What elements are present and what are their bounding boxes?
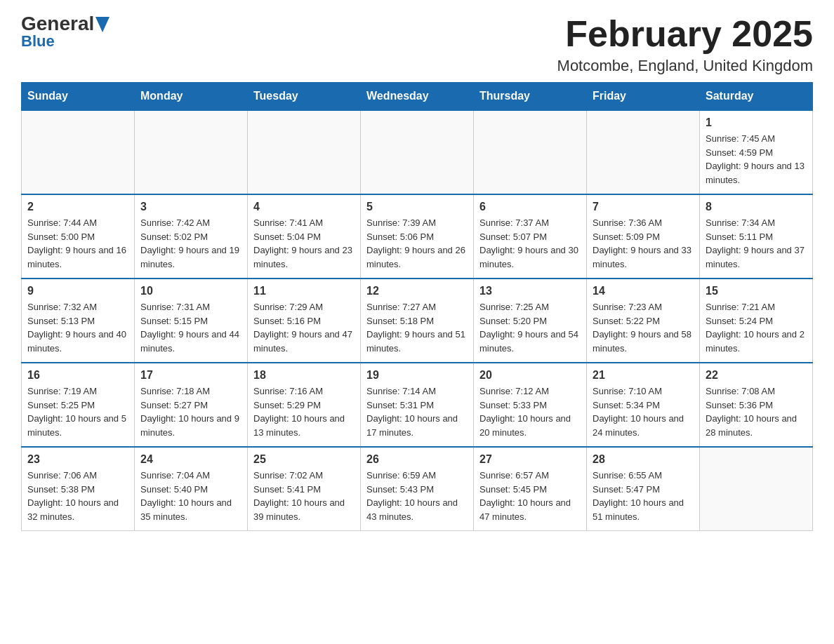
- calendar-day-cell: 11Sunrise: 7:29 AM Sunset: 5:16 PM Dayli…: [248, 279, 361, 363]
- day-info: Sunrise: 7:34 AM Sunset: 5:11 PM Dayligh…: [706, 216, 807, 271]
- day-info: Sunrise: 7:27 AM Sunset: 5:18 PM Dayligh…: [366, 300, 468, 355]
- column-header-wednesday: Wednesday: [361, 83, 474, 111]
- day-number: 12: [366, 285, 468, 297]
- logo-text-main: General: [21, 14, 94, 34]
- day-number: 1: [706, 116, 807, 129]
- calendar-day-cell: 21Sunrise: 7:10 AM Sunset: 5:34 PM Dayli…: [587, 363, 700, 447]
- day-number: 13: [479, 285, 581, 297]
- day-number: 23: [27, 453, 128, 466]
- day-info: Sunrise: 6:57 AM Sunset: 5:45 PM Dayligh…: [479, 469, 581, 523]
- calendar-day-cell: [700, 447, 813, 531]
- logo-text-sub: Blue: [21, 32, 55, 51]
- day-info: Sunrise: 7:19 AM Sunset: 5:25 PM Dayligh…: [27, 384, 128, 439]
- calendar-day-cell: 27Sunrise: 6:57 AM Sunset: 5:45 PM Dayli…: [474, 447, 587, 531]
- day-number: 25: [253, 453, 355, 466]
- day-number: 21: [593, 369, 694, 382]
- day-info: Sunrise: 6:59 AM Sunset: 5:43 PM Dayligh…: [366, 469, 468, 523]
- day-info: Sunrise: 7:29 AM Sunset: 5:16 PM Dayligh…: [253, 300, 355, 355]
- calendar-day-cell: 9Sunrise: 7:32 AM Sunset: 5:13 PM Daylig…: [22, 279, 135, 363]
- calendar-day-cell: 14Sunrise: 7:23 AM Sunset: 5:22 PM Dayli…: [587, 279, 700, 363]
- day-info: Sunrise: 6:55 AM Sunset: 5:47 PM Dayligh…: [593, 469, 694, 523]
- day-info: Sunrise: 7:45 AM Sunset: 4:59 PM Dayligh…: [706, 132, 807, 187]
- calendar-day-cell: 8Sunrise: 7:34 AM Sunset: 5:11 PM Daylig…: [700, 194, 813, 279]
- day-info: Sunrise: 7:32 AM Sunset: 5:13 PM Dayligh…: [27, 300, 128, 355]
- calendar-day-cell: 2Sunrise: 7:44 AM Sunset: 5:00 PM Daylig…: [22, 194, 135, 279]
- calendar-day-cell: [135, 110, 248, 194]
- calendar-day-cell: 26Sunrise: 6:59 AM Sunset: 5:43 PM Dayli…: [361, 447, 474, 531]
- column-header-sunday: Sunday: [22, 83, 135, 111]
- day-number: 7: [593, 201, 694, 213]
- calendar-day-cell: 3Sunrise: 7:42 AM Sunset: 5:02 PM Daylig…: [135, 194, 248, 279]
- calendar-day-cell: 23Sunrise: 7:06 AM Sunset: 5:38 PM Dayli…: [22, 447, 135, 531]
- day-info: Sunrise: 7:04 AM Sunset: 5:40 PM Dayligh…: [140, 469, 241, 523]
- day-number: 18: [253, 369, 355, 382]
- day-info: Sunrise: 7:44 AM Sunset: 5:00 PM Dayligh…: [27, 216, 128, 271]
- day-number: 27: [479, 453, 581, 466]
- calendar-week-row: 23Sunrise: 7:06 AM Sunset: 5:38 PM Dayli…: [22, 447, 813, 531]
- day-info: Sunrise: 7:21 AM Sunset: 5:24 PM Dayligh…: [706, 300, 807, 355]
- calendar-week-row: 2Sunrise: 7:44 AM Sunset: 5:00 PM Daylig…: [22, 194, 813, 279]
- day-info: Sunrise: 7:06 AM Sunset: 5:38 PM Dayligh…: [27, 469, 128, 523]
- day-info: Sunrise: 7:36 AM Sunset: 5:09 PM Dayligh…: [593, 216, 694, 271]
- calendar-day-cell: 20Sunrise: 7:12 AM Sunset: 5:33 PM Dayli…: [474, 363, 587, 447]
- day-number: 15: [706, 285, 807, 297]
- calendar-day-cell: 7Sunrise: 7:36 AM Sunset: 5:09 PM Daylig…: [587, 194, 700, 279]
- day-info: Sunrise: 7:37 AM Sunset: 5:07 PM Dayligh…: [479, 216, 581, 271]
- day-number: 26: [366, 453, 468, 466]
- day-info: Sunrise: 7:16 AM Sunset: 5:29 PM Dayligh…: [253, 384, 355, 439]
- day-number: 8: [706, 201, 807, 213]
- calendar-day-cell: 22Sunrise: 7:08 AM Sunset: 5:36 PM Dayli…: [700, 363, 813, 447]
- calendar-day-cell: 5Sunrise: 7:39 AM Sunset: 5:06 PM Daylig…: [361, 194, 474, 279]
- calendar-week-row: 9Sunrise: 7:32 AM Sunset: 5:13 PM Daylig…: [22, 279, 813, 363]
- day-info: Sunrise: 7:10 AM Sunset: 5:34 PM Dayligh…: [593, 384, 694, 439]
- column-header-saturday: Saturday: [700, 83, 813, 111]
- calendar-day-cell: 24Sunrise: 7:04 AM Sunset: 5:40 PM Dayli…: [135, 447, 248, 531]
- day-number: 16: [27, 369, 128, 382]
- svg-marker-0: [95, 17, 110, 32]
- calendar-day-cell: 4Sunrise: 7:41 AM Sunset: 5:04 PM Daylig…: [248, 194, 361, 279]
- day-number: 20: [479, 369, 581, 382]
- day-number: 6: [479, 201, 581, 213]
- day-info: Sunrise: 7:23 AM Sunset: 5:22 PM Dayligh…: [593, 300, 694, 355]
- day-info: Sunrise: 7:31 AM Sunset: 5:15 PM Dayligh…: [140, 300, 241, 355]
- day-info: Sunrise: 7:02 AM Sunset: 5:41 PM Dayligh…: [253, 469, 355, 523]
- day-info: Sunrise: 7:12 AM Sunset: 5:33 PM Dayligh…: [479, 384, 581, 439]
- calendar-day-cell: 19Sunrise: 7:14 AM Sunset: 5:31 PM Dayli…: [361, 363, 474, 447]
- calendar-week-row: 1Sunrise: 7:45 AM Sunset: 4:59 PM Daylig…: [22, 110, 813, 194]
- day-number: 11: [253, 285, 355, 297]
- calendar-day-cell: 12Sunrise: 7:27 AM Sunset: 5:18 PM Dayli…: [361, 279, 474, 363]
- day-number: 24: [140, 453, 241, 466]
- column-header-tuesday: Tuesday: [248, 83, 361, 111]
- day-number: 2: [27, 201, 128, 213]
- day-info: Sunrise: 7:08 AM Sunset: 5:36 PM Dayligh…: [706, 384, 807, 439]
- calendar-day-cell: 18Sunrise: 7:16 AM Sunset: 5:29 PM Dayli…: [248, 363, 361, 447]
- day-info: Sunrise: 7:14 AM Sunset: 5:31 PM Dayligh…: [366, 384, 468, 439]
- calendar-week-row: 16Sunrise: 7:19 AM Sunset: 5:25 PM Dayli…: [22, 363, 813, 447]
- calendar-table: SundayMondayTuesdayWednesdayThursdayFrid…: [21, 82, 813, 531]
- calendar-day-cell: 10Sunrise: 7:31 AM Sunset: 5:15 PM Dayli…: [135, 279, 248, 363]
- calendar-day-cell: 25Sunrise: 7:02 AM Sunset: 5:41 PM Dayli…: [248, 447, 361, 531]
- calendar-day-cell: [248, 110, 361, 194]
- calendar-day-cell: 16Sunrise: 7:19 AM Sunset: 5:25 PM Dayli…: [22, 363, 135, 447]
- day-info: Sunrise: 7:42 AM Sunset: 5:02 PM Dayligh…: [140, 216, 241, 271]
- day-number: 9: [27, 285, 128, 297]
- calendar-day-cell: 17Sunrise: 7:18 AM Sunset: 5:27 PM Dayli…: [135, 363, 248, 447]
- day-number: 14: [593, 285, 694, 297]
- day-number: 3: [140, 201, 241, 213]
- day-number: 28: [593, 453, 694, 466]
- logo: General Blue: [21, 14, 110, 51]
- calendar-day-cell: 15Sunrise: 7:21 AM Sunset: 5:24 PM Dayli…: [700, 279, 813, 363]
- day-number: 5: [366, 201, 468, 213]
- page-subtitle: Motcombe, England, United Kingdom: [557, 57, 813, 75]
- day-info: Sunrise: 7:41 AM Sunset: 5:04 PM Dayligh…: [253, 216, 355, 271]
- calendar-day-cell: 1Sunrise: 7:45 AM Sunset: 4:59 PM Daylig…: [700, 110, 813, 194]
- day-number: 4: [253, 201, 355, 213]
- column-header-friday: Friday: [587, 83, 700, 111]
- calendar-day-cell: 28Sunrise: 6:55 AM Sunset: 5:47 PM Dayli…: [587, 447, 700, 531]
- day-info: Sunrise: 7:18 AM Sunset: 5:27 PM Dayligh…: [140, 384, 241, 439]
- day-number: 10: [140, 285, 241, 297]
- calendar-header-row: SundayMondayTuesdayWednesdayThursdayFrid…: [22, 83, 813, 111]
- column-header-monday: Monday: [135, 83, 248, 111]
- column-header-thursday: Thursday: [474, 83, 587, 111]
- calendar-day-cell: 13Sunrise: 7:25 AM Sunset: 5:20 PM Dayli…: [474, 279, 587, 363]
